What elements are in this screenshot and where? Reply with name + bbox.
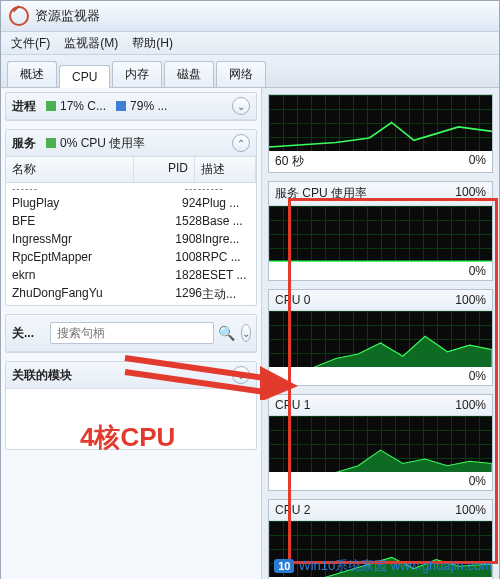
- tab-overview[interactable]: 概述: [7, 61, 57, 87]
- processes-freq-pct: 79% ...: [130, 99, 167, 113]
- chevron-down-icon[interactable]: ⌄: [232, 366, 250, 384]
- search-icon[interactable]: 🔍: [218, 325, 235, 341]
- square-blue-icon: [116, 101, 126, 111]
- right-pane: 60 秒 0% 服务 CPU 使用率 100% 0%: [262, 88, 499, 579]
- square-green-icon: [46, 138, 56, 148]
- graph-max: 100%: [455, 185, 486, 202]
- graph-title: 服务 CPU 使用率: [275, 185, 367, 202]
- titlebar[interactable]: 资源监视器: [1, 1, 499, 32]
- tab-cpu[interactable]: CPU: [59, 65, 110, 88]
- window-title: 资源监视器: [35, 7, 100, 25]
- watermark-text: Win10系统家园 www.ghuajin.com: [298, 557, 492, 575]
- table-row[interactable]: ZhuDongFangYu1296主动...: [6, 284, 256, 305]
- menubar: 文件(F) 监视器(M) 帮助(H): [1, 32, 499, 55]
- graph-canvas: [269, 416, 492, 472]
- graph-max: 100%: [455, 293, 486, 307]
- graph-title: CPU 1: [275, 398, 310, 412]
- graph-title: CPU 0: [275, 293, 310, 307]
- graph-ftr-right: 0%: [469, 369, 486, 383]
- square-green-icon: [46, 101, 56, 111]
- search-wrap: 🔍: [44, 319, 241, 347]
- graph-cpu1: CPU 1100% 0%: [268, 394, 493, 491]
- services-header[interactable]: 服务 0% CPU 使用率 ⌃: [6, 130, 256, 157]
- processes-header[interactable]: 进程 17% C... 79% ... ⌄: [6, 93, 256, 120]
- app-icon: [9, 6, 29, 26]
- services-columns: 名称 PID 描述: [6, 157, 256, 183]
- graph-services-cpu: 服务 CPU 使用率 100% 0%: [268, 181, 493, 281]
- graph-canvas: [269, 95, 492, 151]
- graph-max: 100%: [455, 398, 486, 412]
- table-row[interactable]: BFE1528Base ...: [6, 212, 256, 230]
- section-handles: 关... 🔍 ⌄: [5, 314, 257, 353]
- col-pid[interactable]: PID: [134, 157, 195, 182]
- modules-header[interactable]: 关联的模块 ⌄: [6, 362, 256, 389]
- graph-ftr-right: 0%: [469, 474, 486, 488]
- chevron-down-icon[interactable]: ⌄: [232, 97, 250, 115]
- menu-help[interactable]: 帮助(H): [132, 35, 173, 52]
- search-input[interactable]: [50, 322, 214, 344]
- svg-marker-0: [269, 336, 492, 367]
- menu-monitor[interactable]: 监视器(M): [64, 35, 118, 52]
- graph-cpu0: CPU 0100% 0%: [268, 289, 493, 386]
- table-row[interactable]: IngressMgr1908Ingre...: [6, 230, 256, 248]
- tab-memory[interactable]: 内存: [112, 61, 162, 87]
- modules-body: [6, 389, 256, 449]
- table-row[interactable]: RpcEptMapper1008RPC ...: [6, 248, 256, 266]
- section-modules: 关联的模块 ⌄: [5, 361, 257, 450]
- menu-file[interactable]: 文件(F): [11, 35, 50, 52]
- chevron-down-icon[interactable]: ⌄: [241, 324, 251, 342]
- graph-canvas: [269, 311, 492, 367]
- graph-cpu-total: 60 秒 0%: [268, 94, 493, 173]
- processes-title: 进程: [12, 98, 36, 115]
- processes-cpu-pct: 17% C...: [60, 99, 106, 113]
- left-pane: 进程 17% C... 79% ... ⌄ 服务 0% CPU 使用率: [1, 88, 262, 579]
- watermark: 10 Win10系统家园 www.ghuajin.com: [274, 557, 492, 575]
- table-row[interactable]: ekrn1828ESET ...: [6, 266, 256, 284]
- handles-header[interactable]: 关... 🔍 ⌄: [6, 315, 256, 352]
- col-desc[interactable]: 描述: [195, 157, 256, 182]
- col-name[interactable]: 名称: [6, 157, 134, 182]
- section-services: 服务 0% CPU 使用率 ⌃ 名称 PID 描述 --------------…: [5, 129, 257, 306]
- section-processes: 进程 17% C... 79% ... ⌄: [5, 92, 257, 121]
- graph-ftr-right: 0%: [469, 153, 486, 170]
- tabs: 概述 CPU 内存 磁盘 网络: [1, 55, 499, 88]
- graph-max: 100%: [455, 503, 486, 517]
- services-usage: 0% CPU 使用率: [60, 135, 145, 152]
- table-row[interactable]: ---------------: [6, 183, 256, 194]
- modules-title: 关联的模块: [12, 367, 72, 384]
- table-row[interactable]: PlugPlay924Plug ...: [6, 194, 256, 212]
- window-resource-monitor: 资源监视器 文件(F) 监视器(M) 帮助(H) 概述 CPU 内存 磁盘 网络…: [0, 0, 500, 579]
- graph-ftr-left: 60 秒: [275, 153, 304, 170]
- body: 进程 17% C... 79% ... ⌄ 服务 0% CPU 使用率: [1, 88, 499, 579]
- handles-title: 关...: [12, 325, 34, 342]
- graph-canvas: [269, 206, 492, 262]
- services-title: 服务: [12, 135, 36, 152]
- graph-ftr-right: 0%: [469, 264, 486, 278]
- tab-disk[interactable]: 磁盘: [164, 61, 214, 87]
- svg-marker-1: [269, 450, 492, 472]
- tab-network[interactable]: 网络: [216, 61, 266, 87]
- watermark-badge: 10: [274, 559, 294, 573]
- graph-title: CPU 2: [275, 503, 310, 517]
- chevron-up-icon[interactable]: ⌃: [232, 134, 250, 152]
- services-rows: --------------- PlugPlay924Plug ... BFE1…: [6, 183, 256, 305]
